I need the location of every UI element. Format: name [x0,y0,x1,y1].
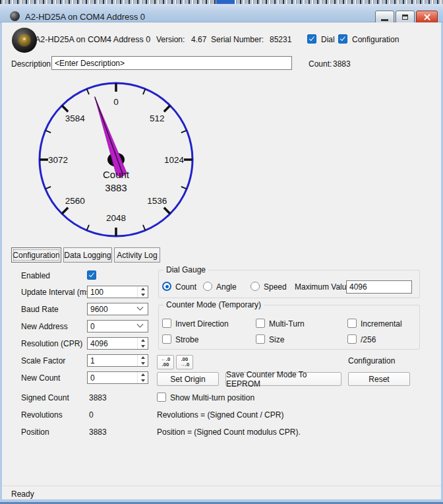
new-address-label: New Address [21,322,68,331]
div256-label[interactable]: /256 [361,335,376,344]
tab-data-logging[interactable]: Data Logging [63,247,112,263]
dial-gauge-group-title: Dial Gauge [163,265,208,274]
update-interval-label: Update Interval (ms) [21,288,93,297]
decrease-decimal-button[interactable]: ←.0 .00 [157,355,174,369]
spinner-up-button[interactable] [138,355,148,361]
triangle-down-icon [141,294,145,296]
revolutions-label: Revolutions [21,410,63,420]
arrow-right-icon: → [180,362,185,367]
revolutions-value: 0 [89,410,94,420]
status-text: Ready [11,489,34,499]
radio-speed-label[interactable]: Speed [264,282,287,292]
svg-text:3584: 3584 [65,113,86,123]
baud-rate-select[interactable]: 9600 [87,303,148,315]
strobe-label[interactable]: Strobe [175,335,198,344]
device-name: A2-HD25A on COM4 Address 0 [35,35,150,44]
triangle-down-icon [141,362,145,365]
size-label[interactable]: Size [269,335,284,344]
spinner-up-button[interactable] [138,372,148,378]
statusbar-separator [2,486,441,486]
update-interval-stepper[interactable]: 100 [87,286,148,298]
new-count-label: New Count [21,373,60,383]
close-icon [423,13,431,21]
new-count-stepper[interactable]: 0 [87,371,148,384]
title-bar[interactable]: A2-HD25A on COM4 Address 0 [0,4,443,22]
show-multiturn-label[interactable]: Show Multi-turn position [170,393,254,402]
svg-text:1024: 1024 [164,155,185,165]
maximize-icon [402,15,408,20]
invert-direction-checkbox[interactable] [162,319,171,328]
triangle-up-icon [141,373,145,376]
svg-text:0: 0 [113,97,119,107]
serial-number-value: 85231 [270,35,291,44]
incremental-checkbox[interactable] [347,319,357,328]
app-icon [10,11,20,21]
dial-needle [90,94,128,178]
configuration-checkbox-label[interactable]: Configuration [352,35,399,44]
window-controls [374,11,438,24]
radio-count[interactable] [162,282,171,291]
baud-rate-label: Baud Rate [21,305,59,314]
minimize-button[interactable] [375,11,394,24]
dial-center-value: 3883 [105,182,127,193]
increase-decimal-button[interactable]: .00 →.0 [176,355,193,369]
svg-text:2048: 2048 [106,213,126,223]
show-multiturn-checkbox[interactable] [157,393,166,402]
strobe-checkbox[interactable] [162,334,171,344]
reset-button[interactable]: Reset [348,372,410,386]
spinner-down-button[interactable] [138,361,148,367]
svg-text:1536: 1536 [147,196,167,206]
triangle-up-icon [141,356,145,359]
version-value: 4.67 [191,35,206,44]
spinner-down-button[interactable] [138,292,148,298]
tab-activity-log[interactable]: Activity Log [114,247,160,263]
multi-turn-label[interactable]: Multi-Turn [269,319,305,329]
check-icon [340,35,345,41]
size-checkbox[interactable] [256,334,265,344]
maximum-value-input[interactable]: 4096 [346,280,412,294]
multi-turn-checkbox[interactable] [256,319,265,328]
radio-dot-icon [165,285,169,288]
scale-factor-stepper[interactable]: 1 [87,354,148,367]
spinner-up-button[interactable] [138,338,148,344]
counter-mode-group-title: Counter Mode (Temporary) [163,300,264,309]
maximize-button[interactable] [396,11,415,24]
radio-speed[interactable] [251,282,260,291]
enabled-checkbox[interactable] [87,270,96,280]
triangle-up-icon [141,339,145,342]
spinner-up-button[interactable] [138,286,148,292]
spinner-down-button[interactable] [138,344,148,350]
enabled-label: Enabled [21,271,50,280]
radio-angle[interactable] [203,282,212,291]
count-value: 3883 [333,59,351,69]
configuration-section-label: Configuration [348,356,395,365]
spinner-down-button[interactable] [138,378,148,384]
serial-number-label: Serial Number: [211,35,264,44]
resolution-label: Resolution (CPR) [21,339,82,348]
div256-checkbox[interactable] [347,334,357,344]
new-address-select[interactable]: 0 [87,320,148,332]
maximum-value-label: Maximum Value [295,282,351,292]
dial-checkbox-label[interactable]: Dial [321,35,335,44]
invert-direction-label[interactable]: Invert Direction [175,319,229,329]
encoder-device-icon [12,28,37,53]
radio-count-label[interactable]: Count [175,282,196,292]
save-counter-mode-button[interactable]: Save Counter Mode To EEPROM [225,372,341,386]
position-value: 3883 [89,427,107,437]
revolutions-formula: Revolutions = (Signed Count / CPR) [157,410,283,420]
description-input[interactable]: <Enter Description> [51,56,292,70]
close-button[interactable] [416,11,438,24]
radio-angle-label[interactable]: Angle [216,282,237,292]
scale-factor-label: Scale Factor [21,356,65,365]
description-label: Description [11,59,51,69]
configuration-checkbox[interactable] [338,34,347,44]
resolution-stepper[interactable]: 4096 [87,337,148,350]
dial-checkbox[interactable] [307,34,316,44]
position-formula: Position = (Signed Count modulus CPR). [157,427,301,437]
tab-configuration[interactable]: Configuration [11,247,61,263]
set-origin-button[interactable]: Set Origin [157,372,219,386]
minimize-icon [381,19,388,21]
window-border-bottom [0,499,443,504]
triangle-up-icon [141,288,145,290]
incremental-label[interactable]: Incremental [361,319,402,329]
